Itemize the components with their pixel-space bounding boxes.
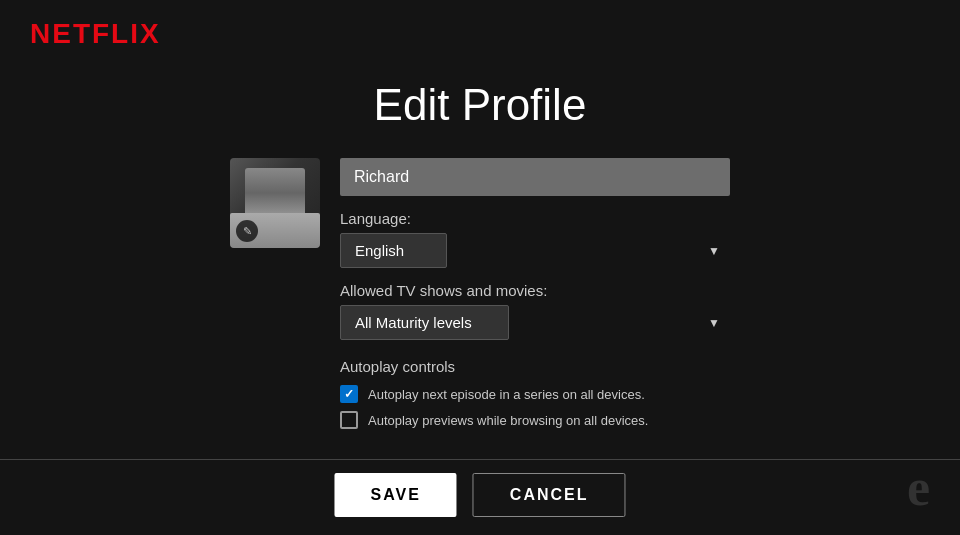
engadget-watermark: e (907, 458, 930, 517)
autoplay-next-checkbox[interactable] (340, 385, 358, 403)
autoplay-section: Autoplay controls Autoplay next episode … (340, 358, 730, 437)
edit-profile-form: Edit Profile ✎ Language: English Spanish… (230, 80, 730, 437)
cancel-button[interactable]: CANCEL (473, 473, 626, 517)
maturity-dropdown-wrapper: All Maturity levels Little Kids Older Ki… (340, 305, 730, 340)
netflix-logo: NETFLIX (30, 18, 161, 50)
profile-name-input[interactable] (340, 158, 730, 196)
avatar-edit-icon: ✎ (236, 220, 258, 242)
form-fields: Language: English Spanish French ▼ Allow… (340, 158, 730, 437)
language-field-group: Language: English Spanish French ▼ (340, 210, 730, 268)
page-title: Edit Profile (230, 80, 730, 130)
autoplay-previews-row: Autoplay previews while browsing on all … (340, 411, 730, 429)
language-dropdown-wrapper: English Spanish French ▼ (340, 233, 730, 268)
maturity-dropdown-arrow: ▼ (708, 316, 720, 330)
autoplay-previews-checkbox[interactable] (340, 411, 358, 429)
avatar-container[interactable]: ✎ (230, 158, 320, 248)
maturity-select[interactable]: All Maturity levels Little Kids Older Ki… (340, 305, 509, 340)
autoplay-title: Autoplay controls (340, 358, 730, 375)
language-select[interactable]: English Spanish French (340, 233, 447, 268)
divider (0, 459, 960, 460)
language-dropdown-arrow: ▼ (708, 244, 720, 258)
language-label: Language: (340, 210, 730, 227)
save-button[interactable]: SAVE (334, 473, 456, 517)
autoplay-next-row: Autoplay next episode in a series on all… (340, 385, 730, 403)
profile-section: ✎ Language: English Spanish French ▼ (230, 158, 730, 437)
autoplay-next-label: Autoplay next episode in a series on all… (368, 387, 645, 402)
bottom-buttons: SAVE CANCEL (334, 473, 625, 517)
autoplay-previews-label: Autoplay previews while browsing on all … (368, 413, 648, 428)
maturity-label: Allowed TV shows and movies: (340, 282, 730, 299)
maturity-field-group: Allowed TV shows and movies: All Maturit… (340, 282, 730, 340)
